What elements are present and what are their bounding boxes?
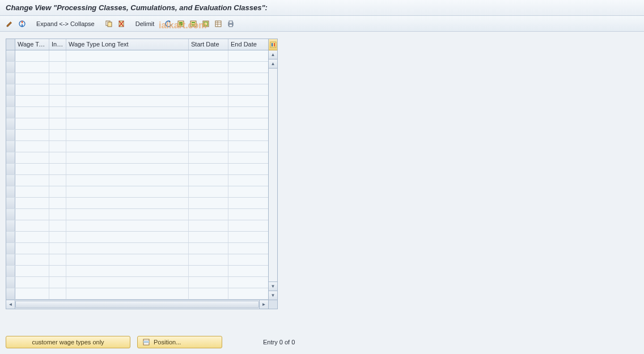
row-selector[interactable] [6,164,15,174]
scroll-down-step-button[interactable]: ▼ [269,282,277,291]
cell-start-date[interactable] [189,175,228,186]
cell-wage-type[interactable] [15,141,49,152]
cell-end-date[interactable] [228,288,268,299]
cell-long-text[interactable] [66,232,189,242]
cell-inf[interactable] [49,152,66,163]
copy-as-icon[interactable] [104,19,114,29]
cell-start-date[interactable] [189,254,228,265]
cell-start-date[interactable] [189,277,228,288]
row-selector[interactable] [6,118,15,129]
cell-wage-type[interactable] [15,209,49,220]
cell-wage-type[interactable] [15,84,49,95]
col-start-date[interactable]: Start Date [189,39,228,50]
cell-end-date[interactable] [228,50,268,61]
cell-inf[interactable] [49,164,66,174]
scroll-track[interactable] [269,69,277,282]
scroll-up-step-button[interactable]: ▲ [269,59,277,69]
row-selector[interactable] [6,107,15,118]
cell-start-date[interactable] [189,164,228,174]
row-selector[interactable] [6,220,15,231]
cell-long-text[interactable] [66,288,189,299]
select-block-icon[interactable] [188,19,198,29]
cell-end-date[interactable] [228,62,268,72]
row-selector[interactable] [6,254,15,265]
col-wage-type[interactable]: Wage Ty... [15,39,49,50]
cell-start-date[interactable] [189,209,228,220]
col-inf[interactable]: Inf... [49,39,66,50]
cell-start-date[interactable] [189,62,228,72]
row-selector[interactable] [6,277,15,288]
hscroll-track[interactable] [15,300,259,309]
cell-wage-type[interactable] [15,288,49,299]
cell-end-date[interactable] [228,175,268,186]
row-selector[interactable] [6,175,15,186]
delimit-button[interactable]: Delimit [133,20,157,27]
cell-inf[interactable] [49,209,66,220]
table-view-icon[interactable] [213,19,223,29]
row-selector[interactable] [6,209,15,220]
cell-inf[interactable] [49,141,66,152]
cell-inf[interactable] [49,232,66,242]
cell-end-date[interactable] [228,232,268,242]
cell-wage-type[interactable] [15,50,49,61]
col-end-date[interactable]: End Date [228,39,268,50]
row-selector[interactable] [6,62,15,72]
cell-long-text[interactable] [66,50,189,61]
cell-end-date[interactable] [228,243,268,254]
cell-inf[interactable] [49,198,66,208]
row-selector-header[interactable] [6,39,15,50]
cell-wage-type[interactable] [15,277,49,288]
cell-start-date[interactable] [189,288,228,299]
cell-end-date[interactable] [228,266,268,276]
cell-long-text[interactable] [66,130,189,140]
deselect-all-icon[interactable] [201,19,211,29]
cell-long-text[interactable] [66,62,189,72]
cell-inf[interactable] [49,288,66,299]
cell-inf[interactable] [49,73,66,84]
cell-end-date[interactable] [228,254,268,265]
cell-wage-type[interactable] [15,107,49,118]
cell-long-text[interactable] [66,220,189,231]
print-icon[interactable] [226,19,236,29]
cell-inf[interactable] [49,130,66,140]
cell-long-text[interactable] [66,277,189,288]
cell-start-date[interactable] [189,220,228,231]
cell-inf[interactable] [49,107,66,118]
cell-end-date[interactable] [228,152,268,163]
cell-start-date[interactable] [189,266,228,276]
cell-start-date[interactable] [189,232,228,242]
cell-inf[interactable] [49,84,66,95]
cell-long-text[interactable] [66,96,189,106]
cell-long-text[interactable] [66,175,189,186]
cell-wage-type[interactable] [15,232,49,242]
cell-inf[interactable] [49,243,66,254]
cell-end-date[interactable] [228,198,268,208]
scroll-down-button[interactable]: ▼ [269,291,277,300]
cell-inf[interactable] [49,62,66,72]
cell-inf[interactable] [49,118,66,129]
cell-end-date[interactable] [228,130,268,140]
cell-long-text[interactable] [66,198,189,208]
cell-wage-type[interactable] [15,266,49,276]
row-selector[interactable] [6,288,15,299]
cell-wage-type[interactable] [15,220,49,231]
cell-long-text[interactable] [66,266,189,276]
cell-start-date[interactable] [189,84,228,95]
cell-start-date[interactable] [189,198,228,208]
cell-wage-type[interactable] [15,254,49,265]
cell-inf[interactable] [49,254,66,265]
cell-start-date[interactable] [189,141,228,152]
cell-inf[interactable] [49,266,66,276]
scroll-up-button[interactable]: ▲ [269,50,277,59]
cell-start-date[interactable] [189,152,228,163]
cell-long-text[interactable] [66,243,189,254]
cell-inf[interactable] [49,186,66,197]
cell-start-date[interactable] [189,107,228,118]
cell-wage-type[interactable] [15,96,49,106]
row-selector[interactable] [6,96,15,106]
cell-wage-type[interactable] [15,175,49,186]
undo-change-icon[interactable] [163,19,173,29]
cell-wage-type[interactable] [15,73,49,84]
row-selector[interactable] [6,130,15,140]
cell-end-date[interactable] [228,277,268,288]
